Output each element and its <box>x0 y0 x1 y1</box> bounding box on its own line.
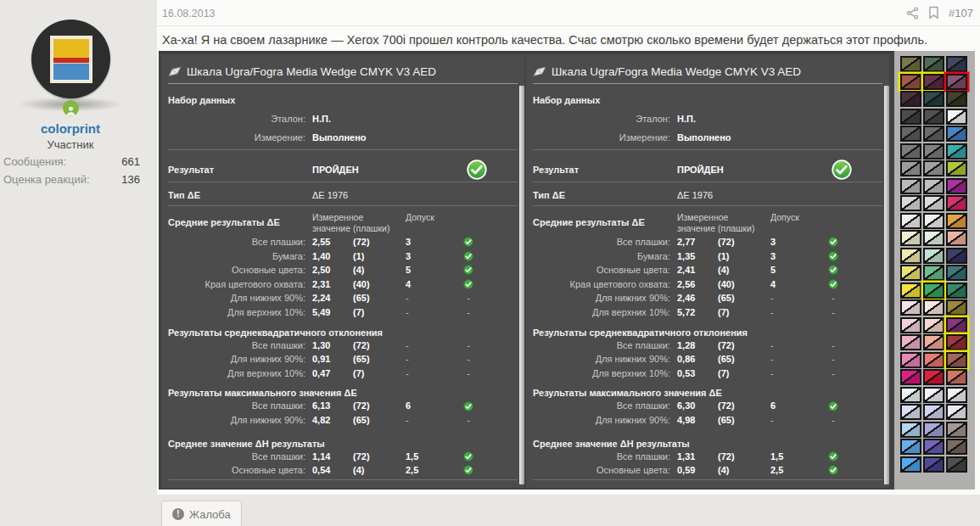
color-swatch <box>923 387 944 403</box>
color-swatch <box>900 91 921 107</box>
check-icon <box>828 465 838 475</box>
measurement-row: Для нижних 90%:4,98(65)-- <box>533 413 882 428</box>
color-swatch <box>900 109 921 125</box>
reference-row: Эталон:Н.П. <box>168 114 518 125</box>
avatar-artwork <box>50 36 92 83</box>
measurement-row: Края цветового охвата:2,31(40)4 <box>168 277 518 292</box>
color-swatch <box>900 387 921 403</box>
color-swatch <box>946 91 967 107</box>
color-swatch <box>946 160 967 176</box>
section-heading: Среднее значение ΔH результаты <box>533 439 882 450</box>
measurement-row: Для нижних 90%:2,24(65)-- <box>168 291 518 305</box>
measurement-row: Все плашки:6,30(72)6 <box>533 399 882 413</box>
section-heading: Среднее значение ΔH результаты <box>168 439 518 450</box>
measurement-panel-right: Шкала Ugra/Fogra Media Wedge CMYK V3 AED… <box>526 54 889 488</box>
color-swatch <box>946 369 967 385</box>
color-swatch <box>923 178 944 194</box>
color-swatch <box>900 404 921 420</box>
section-heading: Результаты среднеквадратичного отклонени… <box>168 327 518 339</box>
measurement-row: Бумага:1,35(1)3 <box>533 249 882 264</box>
check-icon <box>463 401 473 411</box>
color-swatch <box>946 195 967 211</box>
user-stats: Сообщения: 661 Оценка реакций: 136 <box>3 153 140 188</box>
post-number-link[interactable]: #107 <box>949 7 973 20</box>
check-icon <box>463 237 473 247</box>
measurement-row: Все плашки:1,14(72)1,5 <box>168 450 518 464</box>
dataset-heading: Набор данных <box>168 95 518 106</box>
post-message: Ха-ха! Я на своем лазарнике — Xerox 700i… <box>162 33 973 47</box>
color-swatch <box>900 334 921 350</box>
measurement-row: Все плашки:2,55(72)3 <box>168 235 518 249</box>
color-swatch <box>900 230 921 246</box>
avatar[interactable] <box>31 20 110 98</box>
color-swatch <box>946 334 967 350</box>
measurement-panels: Шкала Ugra/Fogra Media Wedge CMYK V3 AED… <box>159 51 894 490</box>
color-swatch <box>900 248 921 264</box>
measurement-row: Основные цвета:0,54(4)2,5 <box>168 463 518 478</box>
de-type-row: Тип ΔEΔE 1976 <box>168 190 518 201</box>
color-swatch <box>946 74 967 90</box>
color-swatch <box>946 178 967 194</box>
color-swatch <box>946 404 967 420</box>
panel-title: Шкала Ugra/Fogra Media Wedge CMYK V3 AED <box>168 65 518 78</box>
color-swatch <box>946 109 967 125</box>
measurement-row: Для нижних 90%:0,91(65)-- <box>168 352 518 367</box>
color-swatch <box>946 456 967 473</box>
measurement-row: Основные цвета:2,50(4)5 <box>168 263 518 277</box>
color-swatch <box>923 369 944 385</box>
color-swatch <box>900 126 921 142</box>
color-swatch <box>923 56 944 72</box>
color-swatch <box>900 283 921 299</box>
color-patch-grid <box>900 56 967 473</box>
pass-check-icon <box>832 159 852 180</box>
color-swatch <box>923 230 944 246</box>
color-swatch <box>923 143 944 159</box>
color-swatch <box>900 265 921 281</box>
color-swatch <box>923 422 944 438</box>
post-date[interactable]: 16.08.2013 <box>162 8 216 20</box>
measurement-row: Для верхних 10%:5,49(7)-- <box>168 305 518 320</box>
measurement-row: Все плашки:2,77(72)3 <box>533 235 882 249</box>
divider <box>533 479 882 480</box>
divider <box>168 83 518 84</box>
username-link[interactable]: colorprint <box>0 121 141 136</box>
check-icon <box>463 265 473 275</box>
dataset-heading: Набор данных <box>533 95 882 106</box>
report-button-label: Жалоба <box>189 508 231 521</box>
measurement-row: Все плашки:1,31(72)1,5 <box>533 450 882 464</box>
color-swatch <box>946 56 967 72</box>
measurement-row: Бумага:1,40(1)3 <box>168 249 518 264</box>
stat-messages: Сообщения: 661 <box>3 153 140 171</box>
report-button[interactable]: ! Жалоба <box>161 501 242 526</box>
color-swatch <box>946 299 967 316</box>
measurement-panel-left: Шкала Ugra/Fogra Media Wedge CMYK V3 AED… <box>161 54 524 488</box>
divider <box>533 83 882 84</box>
result-row: РезультатПРОЙДЕН <box>168 158 518 182</box>
post-body: 16.08.2013 #107 Ха-ха! Я на своем лазарн… <box>157 0 980 495</box>
user-online-icon <box>63 100 79 116</box>
color-swatch <box>900 369 921 385</box>
columns-header: Средние результаты ΔEИзмеренное значение… <box>168 212 518 235</box>
de-type-row: Тип ΔEΔE 1976 <box>533 190 882 201</box>
color-swatch <box>946 213 967 229</box>
bookmark-icon[interactable] <box>928 6 939 20</box>
measurement-row: Все плашки:1,28(72)-- <box>533 339 882 353</box>
check-icon <box>463 465 473 475</box>
share-icon[interactable] <box>906 7 919 20</box>
color-swatch <box>946 265 967 281</box>
divider <box>168 182 518 182</box>
section-heading: Результаты максимального значения ΔE <box>533 388 882 399</box>
panel-scrollbar <box>884 86 889 484</box>
color-swatch <box>900 352 921 368</box>
color-swatch <box>923 213 944 229</box>
color-swatch <box>946 317 967 333</box>
color-swatch <box>923 248 944 264</box>
color-swatch <box>946 230 967 246</box>
alert-icon: ! <box>172 508 184 520</box>
color-swatch <box>946 126 967 142</box>
attached-image[interactable]: Шкала Ugra/Fogra Media Wedge CMYK V3 AED… <box>159 51 975 490</box>
color-swatch <box>900 143 921 159</box>
color-swatch <box>923 283 944 299</box>
measurement-row: Для нижних 90%:0,86(65)-- <box>533 352 882 367</box>
color-swatch <box>946 439 967 455</box>
